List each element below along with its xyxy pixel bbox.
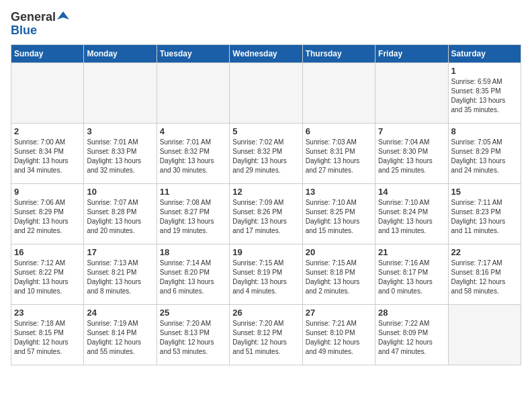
day-header-sunday: Sunday <box>11 44 84 62</box>
day-info: Sunrise: 7:20 AM Sunset: 8:12 PM Dayligh… <box>232 319 299 357</box>
day-header-friday: Friday <box>375 44 448 62</box>
calendar-cell: 15Sunrise: 7:11 AM Sunset: 8:23 PM Dayli… <box>448 183 521 244</box>
day-number: 12 <box>232 187 299 197</box>
day-info: Sunrise: 7:09 AM Sunset: 8:26 PM Dayligh… <box>232 198 299 236</box>
day-number: 23 <box>14 308 81 318</box>
day-info: Sunrise: 7:00 AM Sunset: 8:34 PM Dayligh… <box>14 138 81 175</box>
calendar-cell: 24Sunrise: 7:19 AM Sunset: 8:14 PM Dayli… <box>84 304 157 365</box>
calendar-cell: 20Sunrise: 7:15 AM Sunset: 8:18 PM Dayli… <box>302 244 375 304</box>
calendar-week-1: 1Sunrise: 6:59 AM Sunset: 8:35 PM Daylig… <box>11 62 521 123</box>
day-info: Sunrise: 7:06 AM Sunset: 8:29 PM Dayligh… <box>14 198 81 236</box>
calendar-header-row: SundayMondayTuesdayWednesdayThursdayFrid… <box>11 44 521 62</box>
day-number: 8 <box>451 126 518 136</box>
calendar-cell: 16Sunrise: 7:12 AM Sunset: 8:22 PM Dayli… <box>11 244 84 304</box>
day-info: Sunrise: 7:08 AM Sunset: 8:27 PM Dayligh… <box>160 198 226 236</box>
logo-bird-icon <box>57 10 69 22</box>
day-header-tuesday: Tuesday <box>157 44 229 62</box>
day-number: 2 <box>14 126 81 136</box>
day-number: 7 <box>378 126 445 136</box>
day-info: Sunrise: 7:02 AM Sunset: 8:32 PM Dayligh… <box>232 138 299 175</box>
calendar-cell: 9Sunrise: 7:06 AM Sunset: 8:29 PM Daylig… <box>11 183 84 244</box>
calendar-cell: 2Sunrise: 7:00 AM Sunset: 8:34 PM Daylig… <box>11 123 84 183</box>
calendar-cell <box>11 62 84 123</box>
calendar-cell: 21Sunrise: 7:16 AM Sunset: 8:17 PM Dayli… <box>375 244 448 304</box>
day-number: 1 <box>451 66 518 76</box>
calendar-cell: 5Sunrise: 7:02 AM Sunset: 8:32 PM Daylig… <box>230 123 302 183</box>
day-info: Sunrise: 7:10 AM Sunset: 8:24 PM Dayligh… <box>378 198 445 236</box>
day-info: Sunrise: 7:21 AM Sunset: 8:10 PM Dayligh… <box>306 319 372 357</box>
calendar-cell <box>230 62 302 123</box>
day-number: 22 <box>451 247 518 257</box>
calendar-cell: 1Sunrise: 6:59 AM Sunset: 8:35 PM Daylig… <box>448 62 521 123</box>
svg-marker-0 <box>57 11 69 19</box>
calendar-cell: 7Sunrise: 7:04 AM Sunset: 8:30 PM Daylig… <box>375 123 448 183</box>
day-number: 24 <box>87 308 153 318</box>
day-number: 16 <box>14 247 81 257</box>
calendar-cell <box>302 62 375 123</box>
calendar-cell: 14Sunrise: 7:10 AM Sunset: 8:24 PM Dayli… <box>375 183 448 244</box>
day-info: Sunrise: 7:07 AM Sunset: 8:28 PM Dayligh… <box>87 198 153 236</box>
day-number: 10 <box>87 187 153 197</box>
day-info: Sunrise: 7:01 AM Sunset: 8:33 PM Dayligh… <box>87 138 153 175</box>
header: General Blue <box>11 11 521 38</box>
day-info: Sunrise: 7:15 AM Sunset: 8:19 PM Dayligh… <box>232 259 299 296</box>
calendar-body: 1Sunrise: 6:59 AM Sunset: 8:35 PM Daylig… <box>11 62 521 365</box>
day-info: Sunrise: 7:16 AM Sunset: 8:17 PM Dayligh… <box>378 259 445 296</box>
day-info: Sunrise: 7:19 AM Sunset: 8:14 PM Dayligh… <box>87 319 153 357</box>
day-header-monday: Monday <box>84 44 157 62</box>
calendar-cell: 17Sunrise: 7:13 AM Sunset: 8:21 PM Dayli… <box>84 244 157 304</box>
day-info: Sunrise: 7:05 AM Sunset: 8:29 PM Dayligh… <box>451 138 518 175</box>
calendar-cell: 23Sunrise: 7:18 AM Sunset: 8:15 PM Dayli… <box>11 304 84 365</box>
day-number: 19 <box>232 247 299 257</box>
day-info: Sunrise: 7:14 AM Sunset: 8:20 PM Dayligh… <box>160 259 226 296</box>
day-number: 15 <box>451 187 518 197</box>
day-info: Sunrise: 7:11 AM Sunset: 8:23 PM Dayligh… <box>451 198 518 236</box>
calendar-cell: 12Sunrise: 7:09 AM Sunset: 8:26 PM Dayli… <box>230 183 302 244</box>
day-number: 14 <box>378 187 445 197</box>
day-number: 13 <box>306 187 372 197</box>
calendar-cell <box>375 62 448 123</box>
day-info: Sunrise: 7:15 AM Sunset: 8:18 PM Dayligh… <box>306 259 372 296</box>
day-number: 20 <box>306 247 372 257</box>
calendar-cell: 6Sunrise: 7:03 AM Sunset: 8:31 PM Daylig… <box>302 123 375 183</box>
logo-general-text: General <box>11 11 56 24</box>
day-header-wednesday: Wednesday <box>230 44 302 62</box>
day-number: 21 <box>378 247 445 257</box>
day-number: 6 <box>306 126 372 136</box>
day-number: 18 <box>160 247 226 257</box>
calendar-cell <box>157 62 229 123</box>
calendar-cell: 28Sunrise: 7:22 AM Sunset: 8:09 PM Dayli… <box>375 304 448 365</box>
day-number: 9 <box>14 187 81 197</box>
day-info: Sunrise: 7:04 AM Sunset: 8:30 PM Dayligh… <box>378 138 445 175</box>
day-number: 3 <box>87 126 153 136</box>
calendar-cell <box>84 62 157 123</box>
calendar: SundayMondayTuesdayWednesdayThursdayFrid… <box>11 44 521 365</box>
calendar-cell: 10Sunrise: 7:07 AM Sunset: 8:28 PM Dayli… <box>84 183 157 244</box>
day-number: 27 <box>306 308 372 318</box>
day-info: Sunrise: 7:13 AM Sunset: 8:21 PM Dayligh… <box>87 259 153 296</box>
calendar-cell: 22Sunrise: 7:17 AM Sunset: 8:16 PM Dayli… <box>448 244 521 304</box>
calendar-week-3: 9Sunrise: 7:06 AM Sunset: 8:29 PM Daylig… <box>11 183 521 244</box>
calendar-cell <box>448 304 521 365</box>
calendar-week-4: 16Sunrise: 7:12 AM Sunset: 8:22 PM Dayli… <box>11 244 521 304</box>
day-number: 28 <box>378 308 445 318</box>
calendar-cell: 11Sunrise: 7:08 AM Sunset: 8:27 PM Dayli… <box>157 183 229 244</box>
calendar-cell: 19Sunrise: 7:15 AM Sunset: 8:19 PM Dayli… <box>230 244 302 304</box>
day-number: 11 <box>160 187 226 197</box>
calendar-cell: 27Sunrise: 7:21 AM Sunset: 8:10 PM Dayli… <box>302 304 375 365</box>
day-number: 26 <box>232 308 299 318</box>
logo-blue-text: Blue <box>11 24 69 38</box>
day-info: Sunrise: 7:12 AM Sunset: 8:22 PM Dayligh… <box>14 259 81 296</box>
calendar-week-2: 2Sunrise: 7:00 AM Sunset: 8:34 PM Daylig… <box>11 123 521 183</box>
day-number: 25 <box>160 308 226 318</box>
calendar-week-5: 23Sunrise: 7:18 AM Sunset: 8:15 PM Dayli… <box>11 304 521 365</box>
calendar-cell: 26Sunrise: 7:20 AM Sunset: 8:12 PM Dayli… <box>230 304 302 365</box>
calendar-cell: 4Sunrise: 7:01 AM Sunset: 8:32 PM Daylig… <box>157 123 229 183</box>
calendar-cell: 25Sunrise: 7:20 AM Sunset: 8:13 PM Dayli… <box>157 304 229 365</box>
day-info: Sunrise: 7:20 AM Sunset: 8:13 PM Dayligh… <box>160 319 226 357</box>
logo: General Blue <box>11 11 69 38</box>
day-info: Sunrise: 7:17 AM Sunset: 8:16 PM Dayligh… <box>451 259 518 296</box>
day-header-thursday: Thursday <box>302 44 375 62</box>
calendar-cell: 8Sunrise: 7:05 AM Sunset: 8:29 PM Daylig… <box>448 123 521 183</box>
calendar-cell: 13Sunrise: 7:10 AM Sunset: 8:25 PM Dayli… <box>302 183 375 244</box>
